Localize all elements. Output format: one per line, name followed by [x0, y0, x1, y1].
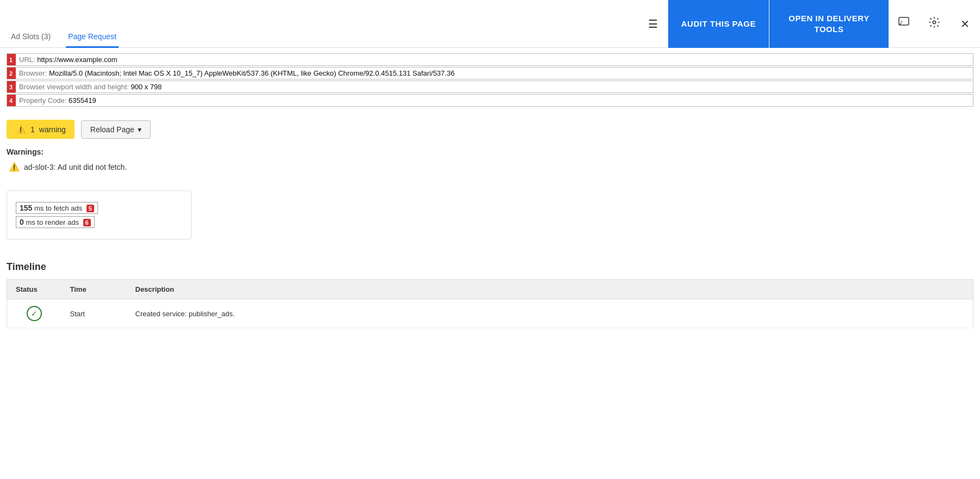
- property-code-value: 6355419: [69, 96, 96, 105]
- stat-fetch-inner: 155 ms to fetch ads 5: [16, 202, 98, 214]
- success-check-icon: ✓: [27, 306, 42, 321]
- warnings-title: Warnings:: [7, 148, 973, 156]
- warning-item-icon: ⚠️: [9, 162, 20, 172]
- timeline-table: Status Time Description ✓ Start Created …: [7, 279, 973, 328]
- menu-icon-button[interactable]: ☰: [638, 0, 668, 48]
- stat-render-inner: 0 ms to render ads 6: [16, 216, 95, 228]
- timeline-title: Timeline: [7, 261, 973, 273]
- timeline-time-cell: Start: [61, 299, 127, 328]
- viewport-label: Browser viewport width and height:: [19, 83, 131, 91]
- row-number-2: 2: [7, 67, 16, 79]
- reload-page-button[interactable]: Reload Page ▾: [81, 120, 151, 139]
- row-number-1: 1: [7, 54, 16, 65]
- row-number-3: 3: [7, 81, 16, 93]
- col-header-description: Description: [127, 280, 973, 299]
- svg-text:!: !: [901, 20, 902, 24]
- warning-item-text: ad-slot-3: Ad unit did not fetch.: [24, 163, 127, 171]
- info-rows: 1 URL: https://www.example.com 2 Browser…: [7, 53, 973, 107]
- stat-render-badge: 6: [83, 219, 91, 226]
- settings-button[interactable]: [919, 0, 950, 48]
- tabs-container: Ad Slots (3) Page Request: [0, 0, 127, 47]
- timeline-thead: Status Time Description: [7, 280, 973, 299]
- info-row-url: 1 URL: https://www.example.com: [7, 53, 973, 66]
- warning-badge-icon: ⚠️: [15, 124, 26, 134]
- close-button[interactable]: ✕: [950, 0, 980, 48]
- url-label: URL:: [19, 56, 37, 64]
- info-row-property-code: 4 Property Code: 6355419: [7, 94, 973, 107]
- stat-fetch-badge: 5: [87, 205, 94, 212]
- stats-box: 155 ms to fetch ads 5 0 ms to render ads…: [7, 191, 192, 240]
- audit-this-page-button[interactable]: AUDIT THIS PAGE: [668, 0, 769, 48]
- feedback-icon: !: [898, 16, 910, 31]
- warning-label: warning: [39, 125, 66, 134]
- stat-fetch-row: 155 ms to fetch ads 5: [16, 202, 182, 214]
- browser-value: Mozilla/5.0 (Macintosh; Intel Mac OS X 1…: [49, 69, 455, 77]
- timeline-header-row: Status Time Description: [7, 280, 973, 299]
- row-number-4: 4: [7, 95, 16, 106]
- info-row-viewport: 3 Browser viewport width and height: 900…: [7, 81, 973, 93]
- content-area: 1 URL: https://www.example.com 2 Browser…: [0, 48, 980, 333]
- timeline-tbody: ✓ Start Created service: publisher_ads.: [7, 299, 973, 328]
- col-header-time: Time: [61, 280, 127, 299]
- viewport-value: 900 x 798: [131, 83, 162, 91]
- status-bar: ⚠️ 1 warning Reload Page ▾: [7, 120, 973, 139]
- stat-render-label: ms to render ads: [26, 218, 79, 226]
- hamburger-icon: ☰: [648, 17, 658, 30]
- table-row: ✓ Start Created service: publisher_ads.: [7, 299, 973, 328]
- reload-page-label: Reload Page: [90, 125, 134, 134]
- property-code-label: Property Code:: [19, 96, 69, 105]
- header: Ad Slots (3) Page Request ☰ AUDIT THIS P…: [0, 0, 980, 48]
- stat-fetch-label: ms to fetch ads: [34, 204, 82, 212]
- tab-ad-slots[interactable]: Ad Slots (3): [9, 27, 53, 48]
- stat-render-row: 0 ms to render ads 6: [16, 216, 182, 228]
- timeline-description-cell: Created service: publisher_ads.: [127, 299, 973, 328]
- gear-icon: [928, 16, 940, 31]
- warning-item-0: ⚠️ ad-slot-3: Ad unit did not fetch.: [7, 161, 973, 173]
- header-actions: ☰ AUDIT THIS PAGE OPEN IN DELIVERY TOOLS…: [638, 0, 980, 47]
- open-in-delivery-tools-button[interactable]: OPEN IN DELIVERY TOOLS: [769, 0, 889, 48]
- stat-render-ms: 0: [20, 218, 24, 226]
- reload-dropdown-icon: ▾: [138, 125, 141, 134]
- col-header-status: Status: [7, 280, 61, 299]
- url-value: https://www.example.com: [37, 56, 117, 64]
- feedback-button[interactable]: !: [889, 0, 919, 48]
- warning-count: 1: [30, 125, 35, 134]
- browser-label: Browser:: [19, 69, 49, 77]
- warnings-section: Warnings: ⚠️ ad-slot-3: Ad unit did not …: [7, 148, 973, 173]
- stat-fetch-ms: 155: [20, 204, 32, 212]
- info-row-browser: 2 Browser: Mozilla/5.0 (Macintosh; Intel…: [7, 67, 973, 79]
- close-icon: ✕: [960, 17, 970, 30]
- header-spacer: [127, 0, 638, 47]
- tab-page-request[interactable]: Page Request: [66, 27, 119, 48]
- svg-point-2: [933, 21, 936, 24]
- timeline-status-cell: ✓: [7, 299, 61, 328]
- warning-badge: ⚠️ 1 warning: [7, 120, 75, 139]
